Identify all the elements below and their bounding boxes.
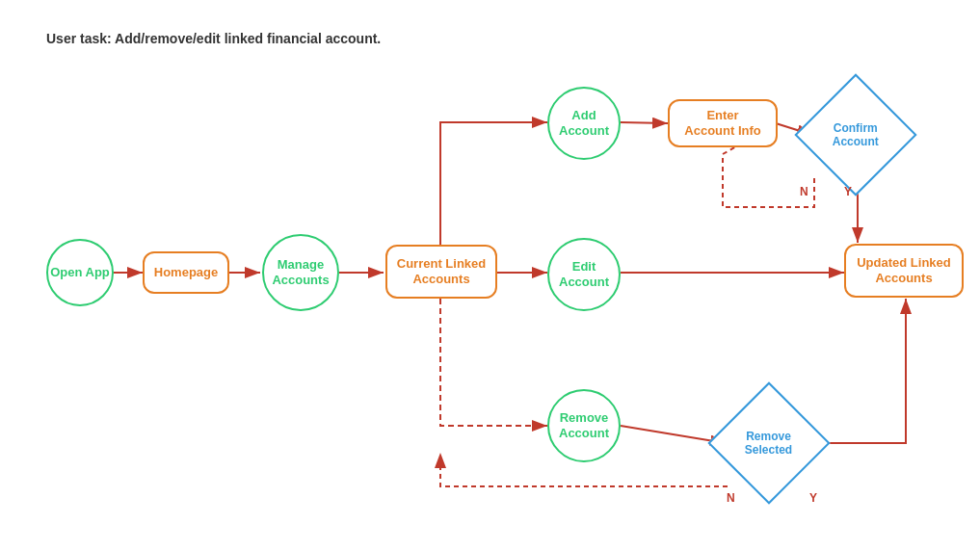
confirm-y-label: Y bbox=[844, 185, 852, 198]
add-account-label: Add Account bbox=[559, 108, 609, 138]
confirm-n-label: N bbox=[800, 185, 808, 198]
edit-account-label: Edit Account bbox=[559, 259, 609, 289]
edit-account-node: Edit Account bbox=[547, 238, 621, 311]
diagram-container: User task: Add/remove/edit linked financ… bbox=[0, 0, 980, 550]
manage-accounts-node: Manage Accounts bbox=[262, 234, 339, 311]
updated-linked-label: Updated Linked Accounts bbox=[857, 255, 951, 285]
remove-selected-node: Remove Selected bbox=[707, 381, 830, 504]
homepage-label: Homepage bbox=[154, 265, 218, 280]
confirm-account-node: Confirm Account bbox=[794, 73, 916, 196]
manage-accounts-label: Manage Accounts bbox=[272, 257, 329, 287]
open-app-node: Open App bbox=[46, 239, 114, 306]
current-linked-label: Current Linked Accounts bbox=[397, 256, 486, 286]
svg-line-6 bbox=[621, 122, 668, 123]
task-label-bold: User task: Add/remove/edit linked financ… bbox=[46, 31, 381, 46]
homepage-node: Homepage bbox=[143, 251, 229, 294]
remove-selected-label: Remove Selected bbox=[745, 430, 792, 458]
enter-account-info-label: Enter Account Info bbox=[684, 108, 760, 138]
task-label: User task: Add/remove/edit linked financ… bbox=[46, 31, 381, 46]
confirm-account-label: Confirm Account bbox=[833, 121, 879, 149]
remove-account-label: Remove Account bbox=[559, 410, 609, 440]
remove-n-label: N bbox=[727, 491, 735, 505]
updated-linked-node: Updated Linked Accounts bbox=[844, 244, 964, 298]
enter-account-info-node: Enter Account Info bbox=[668, 99, 778, 147]
add-account-node: Add Account bbox=[547, 87, 621, 160]
open-app-label: Open App bbox=[50, 265, 110, 280]
current-linked-node: Current Linked Accounts bbox=[385, 245, 497, 299]
remove-account-node: Remove Account bbox=[547, 389, 621, 462]
remove-y-label: Y bbox=[809, 491, 817, 505]
